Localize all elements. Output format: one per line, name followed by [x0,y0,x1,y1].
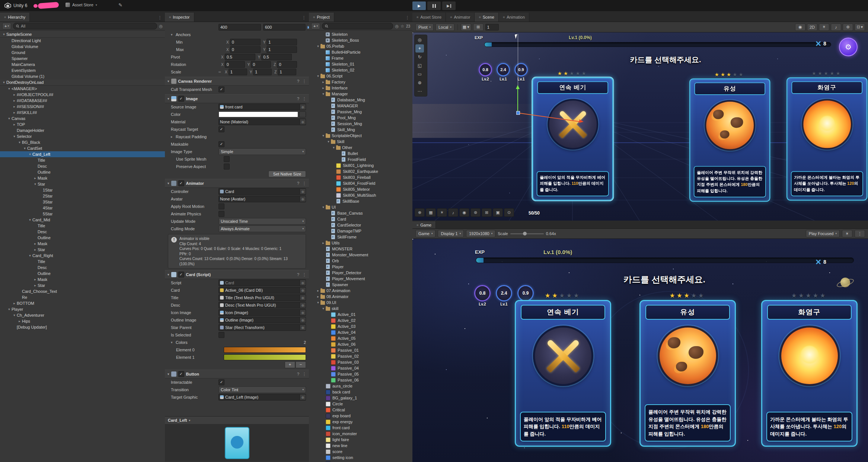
handle-rotation-dropdown[interactable]: Local▾ [435,23,454,31]
expand-arrow-icon[interactable]: ▾ [326,140,331,143]
tree-item-skeleton-boss[interactable]: Skeleton_Boss [309,37,412,43]
tree-item-new-line[interactable]: new line [309,443,412,449]
checkbox[interactable] [218,332,224,338]
expand-arrow-icon[interactable]: ▾ [321,134,326,137]
tree-item-interface[interactable]: ▸Interface [309,85,412,91]
tree-item-icon-monster[interactable]: icon_monster [309,431,412,437]
tree-item-debug-updater[interactable]: [Debug Updater] [0,324,165,330]
slider-thumb[interactable] [523,232,527,235]
checkbox[interactable] [224,156,230,162]
create-object-button[interactable]: +▾ [2,23,11,29]
object-picker-icon[interactable]: ◎ [300,395,306,400]
game-view[interactable]: EXP Lv.1 (0.0%) 카드를 선택해주세요. 0.8Lv.22.4Lv… [412,239,868,462]
foldout-arrow-icon[interactable]: ▾ [167,273,169,276]
expand-arrow-icon[interactable]: ▾ [321,307,326,310]
tree-item-database-mng[interactable]: Database_Mng [309,97,412,103]
tree-item-outline[interactable]: Outline [0,235,165,241]
tree-item-exp-energy[interactable]: exp energy [309,419,412,425]
tree-item-damageholder[interactable]: DamageHolder [0,127,165,133]
scale-tool-icon[interactable]: ◱ [415,61,424,70]
skill-card-유성[interactable]: ★★★★★유성플레이어 주변 무작위 위치에 강력한 유성을 떨어뜨립니다. 유… [689,72,769,202]
expand-arrow-icon[interactable]: ▾ [22,146,27,150]
tree-item-skill[interactable]: ▸##SKILL## [0,110,165,116]
tab-asset-store[interactable]: ≡Asset Store [412,13,446,22]
foldout-arrow-icon[interactable]: ▾ [171,33,176,37]
tree-item-bullet[interactable]: Bullet [309,151,412,156]
expand-arrow-icon[interactable]: ▾ [7,117,12,120]
custom-tool-icon[interactable]: ⋯ [415,87,424,95]
preview-header[interactable]: Card_Left ▾ [165,417,309,424]
eyedropper-icon[interactable] [299,111,306,117]
tree-item-canvas[interactable]: ▾Canvas [0,116,165,121]
expand-arrow-icon[interactable]: ▸ [12,123,17,126]
tree-item-monster-movement[interactable]: Monster_Movement [309,252,412,258]
tree-item-setting-icon[interactable]: setting icon [309,455,412,461]
object-field[interactable]: Active_06 (Card DB)◎ [218,287,306,294]
expand-arrow-icon[interactable]: ▾ [331,146,336,149]
checkbox[interactable]: ✓ [218,126,224,132]
expand-arrow-icon[interactable]: ▸ [12,99,17,102]
checkbox[interactable] [224,164,230,170]
gradient-swatch[interactable] [224,354,306,360]
gizmo-center-handle[interactable] [516,111,520,115]
step-button[interactable]: ▶ [442,1,456,10]
tree-item-desc[interactable]: Desc [0,265,165,270]
component-header-image[interactable]: ▾✓Image?⋮ [165,94,309,103]
project-search-input[interactable] [322,23,393,29]
expand-arrow-icon[interactable]: ▸ [33,242,38,246]
tree-item-star[interactable]: ▾Star [0,181,165,187]
expand-arrow-icon[interactable]: ▸ [33,248,38,251]
tree-item-light-faire[interactable]: light faire [309,437,412,443]
tree-item-hips[interactable]: ▸Hips [0,318,165,324]
object-field[interactable]: Card◎ [218,188,306,195]
tree-item-5star[interactable]: 5Star [0,211,165,217]
tab-game[interactable]: ≡ Game [412,221,436,228]
checkbox[interactable] [218,211,224,217]
tree-item-skill02-earthquake[interactable]: Skill02_Earthquake [309,168,412,174]
enable-checkbox[interactable]: ✓ [178,272,184,278]
tree-item-global-volume[interactable]: Global Volume [0,44,165,50]
dropdown-field[interactable]: Simple▾ [218,148,306,155]
tree-item-skeleton-02[interactable]: Skeleton_02 [309,67,412,73]
skill-card-유성[interactable]: ★★★★★유성플레이어 주변 무작위 위치에 강력한 유성을 떨어뜨립니다. 유… [639,292,734,447]
tree-item-spawner[interactable]: Spawner [0,56,165,61]
tree-item-monster[interactable]: MONSTER [309,246,412,252]
foldout-arrow-icon[interactable]: ▾ [171,341,176,344]
tree-item-cardselector[interactable]: CardSelector [309,222,412,228]
tree-item-mask[interactable]: ▸Mask [0,241,165,247]
remove-element-button[interactable]: − [296,361,306,368]
tree-item-scriptableobject[interactable]: ▾ScriptableObject [309,133,412,139]
scene-header-dontdestroyonload[interactable]: ▾DontDestroyOnLoad [0,79,165,86]
tree-item-skill06-multislash[interactable]: Skill06_MultiSlash [309,192,412,198]
help-icon[interactable]: ? [297,272,299,277]
scale-link-icon[interactable]: ∞ [218,70,222,74]
display-dropdown[interactable]: Display 1▾ [438,230,464,237]
tree-item-skeleton[interactable]: Skeleton [309,31,412,37]
checkbox[interactable] [218,203,224,209]
hierarchy-search-input[interactable]: All [13,23,157,29]
rotate-tool-icon[interactable]: ↻ [415,53,424,61]
tree-item-card-choose-text[interactable]: Card_Choose_Text [0,288,165,294]
object-field[interactable]: Star (Rect Transform)◎ [218,324,306,331]
tree-item-skillbase[interactable]: SkillBase [309,198,412,204]
enable-checkbox[interactable]: ✓ [178,371,184,377]
play-focused-dropdown[interactable]: Play Focused▾ [806,230,840,237]
rect-tool-icon[interactable]: ▭ [415,70,424,78]
foldout-arrow-icon[interactable]: ▾ [167,372,169,376]
tree-item-passive-01[interactable]: Passive_01 [309,347,412,353]
skill-card-화염구[interactable]: ★★★★★화염구가까운 몬스터에게 불타는 화염의 투사체를 쏘아냅니다. 투사… [786,70,866,200]
scene-header-samplescene[interactable]: ▾SampleScene [0,31,165,38]
tree-item-utils[interactable]: ▸Utils [309,240,412,246]
object-picker-icon[interactable]: ◎ [300,119,306,124]
tree-item-bullethitparticle[interactable]: BulletHitParticle [309,49,412,55]
checkbox[interactable]: ✓ [218,86,224,92]
expand-arrow-icon[interactable]: ▾ [316,44,320,48]
tree-item-database[interactable]: ▸##DATABASE## [0,98,165,104]
snap-overlay-icon[interactable]: ⊞ [482,208,492,217]
object-picker-icon[interactable]: ◎ [300,104,306,110]
tree-item-active-01[interactable]: Active_01 [309,311,412,317]
help-icon[interactable]: ? [297,79,299,84]
paint-mode-icon[interactable]: ✎ [118,2,122,8]
object-field[interactable]: Icon (Image)◎ [218,309,306,316]
color-field[interactable] [218,111,306,117]
